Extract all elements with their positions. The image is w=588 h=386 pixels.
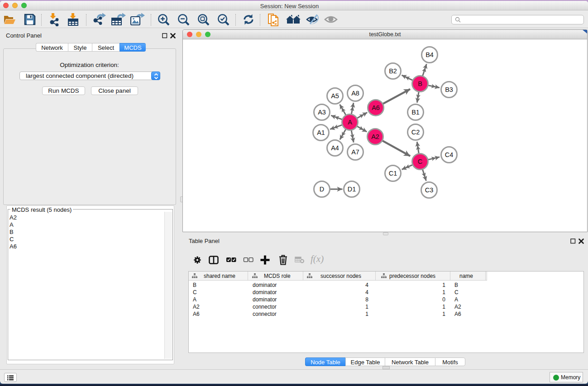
svg-text:D1: D1 [348,186,356,193]
svg-text:B1: B1 [411,109,420,116]
svg-text:C: C [418,158,422,165]
svg-text:B2: B2 [389,67,397,75]
svg-text:C1: C1 [389,170,397,177]
svg-text:A1: A1 [317,129,325,136]
svg-text:A7: A7 [351,148,359,156]
svg-text:B4: B4 [425,51,434,58]
svg-text:A2: A2 [371,133,379,140]
svg-text:C3: C3 [425,186,434,194]
svg-text:A8: A8 [351,90,359,97]
svg-text:A4: A4 [331,144,339,152]
svg-text:A5: A5 [331,92,339,100]
svg-text:A6: A6 [372,104,380,111]
svg-text:A: A [348,119,352,126]
svg-text:A3: A3 [318,109,326,116]
svg-text:D: D [320,186,324,193]
svg-text:C2: C2 [411,129,420,136]
svg-text:B: B [418,80,422,87]
svg-text:B3: B3 [445,86,453,93]
svg-text:C4: C4 [445,151,454,158]
